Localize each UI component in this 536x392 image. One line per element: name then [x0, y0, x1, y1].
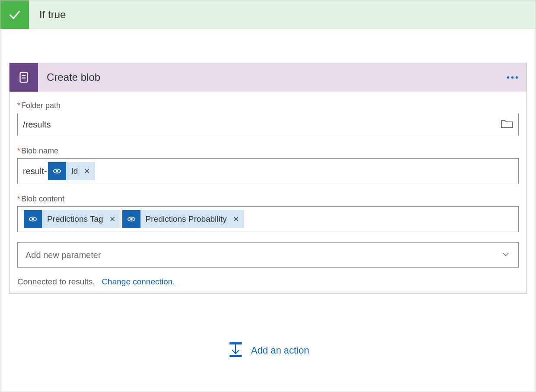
- token-remove-button[interactable]: ✕: [108, 210, 121, 228]
- chevron-down-icon: [501, 249, 510, 261]
- blob-name-label: *Blob name: [17, 147, 519, 156]
- if-true-branch-container: If true Create blob ••• *Fo: [0, 0, 536, 392]
- svg-rect-9: [230, 342, 242, 344]
- svg-rect-0: [20, 73, 28, 83]
- card-title: Create blob: [38, 71, 100, 83]
- create-blob-card: Create blob ••• *Folder path /results: [9, 63, 527, 294]
- token-predictions-tag[interactable]: Predictions Tag ✕: [24, 210, 121, 228]
- blob-name-input[interactable]: result- Id ✕: [17, 158, 519, 184]
- add-action-row: Add an action: [9, 341, 527, 359]
- change-connection-link[interactable]: Change connection.: [102, 277, 175, 286]
- svg-point-8: [131, 218, 132, 220]
- folder-path-input[interactable]: /results: [17, 113, 519, 136]
- token-id[interactable]: Id ✕: [48, 162, 96, 180]
- folder-picker-icon[interactable]: [501, 119, 513, 131]
- card-menu-button[interactable]: •••: [507, 73, 520, 83]
- blob-content-label: *Blob content: [17, 194, 519, 204]
- branch-body: Create blob ••• *Folder path /results: [0, 29, 536, 368]
- branch-header[interactable]: If true: [0, 0, 536, 29]
- folder-path-field: *Folder path /results: [17, 101, 519, 136]
- blob-content-input[interactable]: Predictions Tag ✕ Predictions Probabilit…: [17, 206, 519, 232]
- add-parameter-dropdown[interactable]: Add new parameter: [17, 242, 519, 268]
- svg-rect-11: [230, 355, 242, 357]
- token-label: Id: [66, 162, 83, 180]
- folder-path-value: /results: [23, 120, 51, 130]
- folder-path-label: *Folder path: [17, 101, 519, 110]
- card-body: *Folder path /results *Blob nam: [10, 92, 526, 293]
- dynamic-content-icon: [48, 162, 66, 180]
- svg-point-6: [32, 218, 34, 220]
- checkmark-icon: [0, 0, 29, 29]
- branch-title: If true: [29, 9, 66, 21]
- dynamic-content-icon: [122, 210, 140, 228]
- token-label: Predictions Tag: [42, 210, 108, 228]
- add-action-button[interactable]: Add an action: [251, 345, 309, 356]
- add-parameter-placeholder: Add new parameter: [26, 250, 101, 260]
- blob-name-field: *Blob name result- Id ✕: [17, 147, 519, 184]
- token-remove-button[interactable]: ✕: [83, 162, 95, 180]
- svg-point-4: [56, 170, 58, 172]
- blob-connector-icon: [10, 63, 38, 92]
- token-label: Predictions Probability: [140, 210, 232, 228]
- token-remove-button[interactable]: ✕: [232, 210, 244, 228]
- card-header[interactable]: Create blob •••: [10, 63, 526, 92]
- connection-status-text: Connected to results.: [17, 277, 95, 286]
- add-action-icon[interactable]: [227, 341, 244, 359]
- dynamic-content-icon: [24, 210, 42, 228]
- blob-content-field: *Blob content Predictions Tag ✕: [17, 194, 519, 232]
- connection-info: Connected to results. Change connection.: [17, 277, 519, 287]
- blob-name-prefix: result-: [23, 166, 47, 176]
- token-predictions-probability[interactable]: Predictions Probability ✕: [122, 210, 244, 228]
